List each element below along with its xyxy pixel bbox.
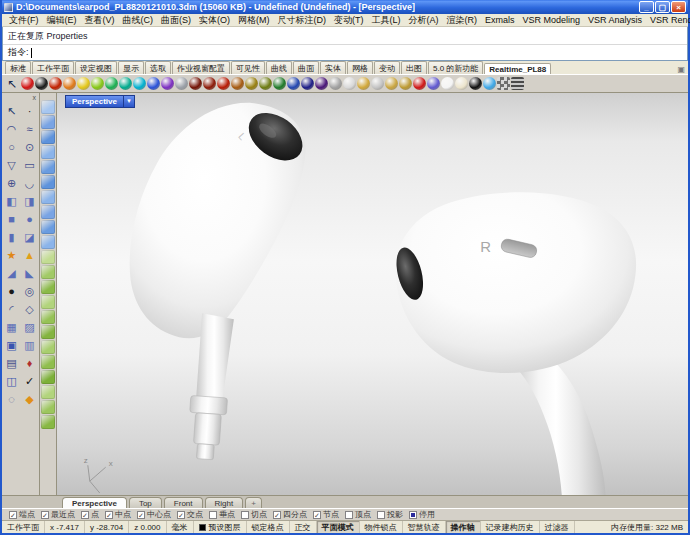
toolbar-tab-13[interactable]: 出图 <box>401 61 427 74</box>
toolbar-tab-12[interactable]: 变动 <box>374 61 400 74</box>
osnap-project-checkbox[interactable] <box>377 511 385 519</box>
sphere-icon[interactable]: ● <box>21 210 39 228</box>
material-swatch[interactable] <box>371 77 384 90</box>
toolbar-tab-15[interactable]: Realtime_PL88 <box>484 63 551 74</box>
check-icon[interactable]: ✓ <box>21 372 39 390</box>
material-swatch[interactable] <box>175 77 188 90</box>
viewport-title-dropdown[interactable]: Perspective ▼ <box>65 95 135 108</box>
earbud-left[interactable]: L <box>130 103 312 461</box>
earbud-left-stem[interactable] <box>196 313 234 402</box>
toolbar-tab-7[interactable]: 可见性 <box>231 61 265 74</box>
gumball-toggle[interactable]: 操作轴 <box>446 521 481 533</box>
osnap-tangent[interactable]: 切点 <box>241 509 267 520</box>
material-swatch[interactable] <box>413 77 426 90</box>
viewport-tab-front[interactable]: Front <box>164 497 203 508</box>
strip-tool-icon[interactable] <box>41 250 55 264</box>
material-swatch[interactable] <box>245 77 258 90</box>
rotate-icon[interactable]: ◆ <box>21 390 39 408</box>
material-swatch[interactable] <box>315 77 328 90</box>
menu-item-12[interactable]: 渲染(R) <box>443 14 482 27</box>
material-swatch[interactable] <box>133 77 146 90</box>
menu-item-11[interactable]: 分析(A) <box>405 14 443 27</box>
circle-center-icon[interactable]: ⊕ <box>3 174 21 192</box>
osnap-knot[interactable]: ✓节点 <box>313 509 339 520</box>
viewport-canvas[interactable]: L R <box>57 93 688 495</box>
grid-icon[interactable]: ▤ <box>3 354 21 372</box>
strip-tool-icon[interactable] <box>41 400 55 414</box>
strip-tool-icon[interactable] <box>41 220 55 234</box>
material-swatch[interactable] <box>329 77 342 90</box>
chevron-down-icon[interactable]: ▼ <box>124 95 135 108</box>
material-swatch[interactable] <box>427 77 440 90</box>
viewport-title[interactable]: Perspective <box>65 95 124 108</box>
menu-item-16[interactable]: VSR Renderer <box>646 15 690 25</box>
strip-tool-icon[interactable] <box>41 205 55 219</box>
material-swatch[interactable] <box>399 77 412 90</box>
viewport-tab-perspective[interactable]: Perspective <box>62 497 127 508</box>
material-swatch[interactable] <box>203 77 216 90</box>
osnap-tangent-checkbox[interactable] <box>241 511 249 519</box>
strip-tool-icon[interactable] <box>41 340 55 354</box>
material-swatch[interactable] <box>119 77 132 90</box>
toolbar-tab-6[interactable]: 作业视窗配置 <box>172 61 230 74</box>
magnifier-icon[interactable]: ◌ <box>3 390 21 408</box>
point-icon[interactable]: · <box>21 102 39 120</box>
title-bar[interactable]: D:\Documents\earpod_PL8820121010.3dm (15… <box>2 0 688 14</box>
toolbar-tab-10[interactable]: 实体 <box>320 61 346 74</box>
menu-item-9[interactable]: 变动(T) <box>330 14 368 27</box>
mirror-icon[interactable]: ◫ <box>3 372 21 390</box>
material-swatch[interactable] <box>161 77 174 90</box>
smarttrack-toggle[interactable]: 智慧轨迹 <box>403 521 446 533</box>
ellipse-icon[interactable]: ⊙ <box>21 138 39 156</box>
osnap-mid[interactable]: ✓中点 <box>105 509 131 520</box>
rectangle-icon[interactable]: ▭ <box>21 156 39 174</box>
toolbar-tab-4[interactable]: 显示 <box>118 61 144 74</box>
box-icon[interactable]: ■ <box>3 210 21 228</box>
osnap-near[interactable]: ✓最近点 <box>41 509 75 520</box>
strip-tool-icon[interactable] <box>41 415 55 429</box>
menu-item-3[interactable]: 查看(V) <box>81 14 119 27</box>
cplane-button[interactable]: 工作平面 <box>2 521 45 533</box>
curve-icon[interactable]: ◠ <box>3 120 21 138</box>
menu-item-15[interactable]: VSR Analysis <box>584 15 646 25</box>
planar-mode-toggle[interactable]: 平面模式 <box>317 521 360 533</box>
toolbar-tab-3[interactable]: 设定视图 <box>75 61 117 74</box>
strip-tool-icon[interactable] <box>41 160 55 174</box>
save-icon[interactable]: ▣ <box>3 336 21 354</box>
strip-tool-icon[interactable] <box>41 100 55 114</box>
strip-tool-icon[interactable] <box>41 385 55 399</box>
command-prompt-line[interactable]: 指令: <box>3 44 687 60</box>
earbud-right-stem[interactable] <box>510 353 605 495</box>
material-swatch[interactable] <box>49 77 62 90</box>
material-swatch-checker[interactable] <box>497 77 510 90</box>
osnap-perpendicular-checkbox[interactable] <box>209 511 217 519</box>
strip-tool-icon[interactable] <box>41 280 55 294</box>
earbud-right[interactable]: R <box>392 192 636 495</box>
toolbar-options-icon[interactable]: ▣ <box>677 65 685 74</box>
material-swatch-stripes[interactable] <box>511 77 524 90</box>
array-icon[interactable]: ▥ <box>21 336 39 354</box>
new-viewport-tab[interactable]: + <box>245 497 262 508</box>
material-swatch[interactable] <box>21 77 34 90</box>
osnap-center-checkbox[interactable]: ✓ <box>137 511 145 519</box>
pen-icon[interactable]: ▨ <box>21 318 39 336</box>
osnap-end[interactable]: ✓端点 <box>9 509 35 520</box>
menu-item-4[interactable]: 曲线(C) <box>119 14 158 27</box>
extract-icon[interactable]: ▲ <box>21 246 39 264</box>
osnap-end-checkbox[interactable]: ✓ <box>9 511 17 519</box>
menu-item-2[interactable]: 编辑(E) <box>43 14 81 27</box>
strip-tool-icon[interactable] <box>41 325 55 339</box>
toolbar-tab-5[interactable]: 选取 <box>145 61 171 74</box>
toolbar-tab-1[interactable]: 标准 <box>5 61 31 74</box>
select-arrow-icon[interactable]: ↖ <box>3 102 21 120</box>
material-swatch[interactable] <box>259 77 272 90</box>
strip-tool-icon[interactable] <box>41 175 55 189</box>
toolbar-close-icon[interactable]: x <box>33 94 37 101</box>
pointer-tool-icon[interactable]: ↖ <box>4 77 20 91</box>
strip-tool-icon[interactable] <box>41 295 55 309</box>
chamfer-icon[interactable]: ◣ <box>21 264 39 282</box>
menu-item-7[interactable]: 网格(M) <box>234 14 274 27</box>
toolbar-tab-14[interactable]: 5.0 的新功能 <box>428 61 483 74</box>
menu-item-13[interactable]: Exmals <box>481 15 519 25</box>
toolbar-tab-11[interactable]: 网格 <box>347 61 373 74</box>
